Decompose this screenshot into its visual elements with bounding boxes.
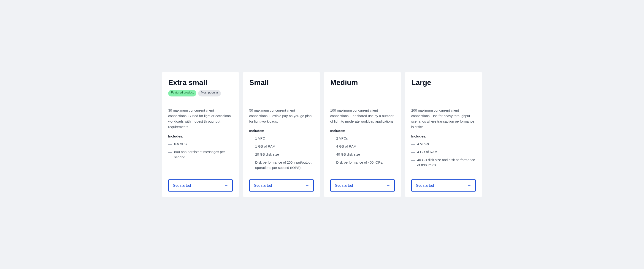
feature-text: Disk performance of 400 IOPs. [336,160,383,165]
feature-text: 20 GB disk size [255,152,279,157]
feature-text: 4 GB of RAM [417,149,437,155]
card-footer: Get started→ [330,175,395,197]
list-item: —4 VPCs [411,141,476,147]
feature-text: 0.5 VPC [174,141,187,147]
dash-icon: — [411,150,415,155]
dash-icon: — [330,136,334,142]
badges-container [249,90,314,96]
card-divider [411,103,476,103]
features-list: —0.5 VPC—800 non persistent messages per… [168,141,233,160]
feature-text: 4 VPCs [417,141,429,147]
get-started-button-extra-small[interactable]: Get started→ [168,179,233,192]
badges-container: Featured productMost popular [168,90,233,96]
list-item: —4 GB of RAM [411,149,476,155]
card-title: Extra small [168,78,233,87]
pricing-card-small: Small50 maximum concurrent client connec… [243,72,320,197]
feature-text: 40 GB disk size [336,152,360,157]
arrow-right-icon: → [467,183,471,188]
dash-icon: — [330,152,334,158]
button-label: Get started [254,183,272,188]
list-item: —1 VPC [249,136,314,142]
get-started-button-large[interactable]: Get started→ [411,179,476,192]
card-header: Medium [330,78,395,96]
dash-icon: — [249,144,253,150]
button-label: Get started [335,183,353,188]
card-description: 200 maximum concurrent client connection… [411,108,476,130]
get-started-button-medium[interactable]: Get started→ [330,179,395,192]
dash-icon: — [330,144,334,150]
list-item: —Disk performance of 400 IOPs. [330,160,395,166]
feature-text: 4 GB of RAM [336,144,356,149]
arrow-right-icon: → [305,183,309,188]
dash-icon: — [249,136,253,142]
includes-label: Includes: [330,129,395,133]
card-divider [168,103,233,103]
dash-icon: — [411,142,415,147]
features-list: —4 VPCs—4 GB of RAM—40 GB disk size and … [411,141,476,168]
feature-text: 800 non persistent messages per second. [174,149,233,160]
includes-label: Includes: [411,134,476,138]
card-header: Small [249,78,314,96]
pricing-card-extra-small: Extra smallFeatured productMost popular3… [162,72,239,197]
card-title: Medium [330,78,395,87]
dash-icon: — [411,158,415,163]
badge-green: Featured product [168,90,196,96]
dash-icon: — [168,150,172,155]
button-label: Get started [416,183,434,188]
list-item: —0.5 VPC [168,141,233,147]
card-header: Large [411,78,476,96]
card-title: Large [411,78,476,87]
arrow-right-icon: → [386,183,390,188]
pricing-grid: Extra smallFeatured productMost popular3… [162,72,482,197]
list-item: —4 GB of RAM [330,144,395,150]
card-footer: Get started→ [249,175,314,197]
card-footer: Get started→ [168,175,233,197]
card-divider [330,103,395,103]
arrow-right-icon: → [224,183,228,188]
list-item: —1 GB of RAM [249,144,314,150]
card-description: 30 maximum concurrent client connections… [168,108,233,130]
list-item: —40 GB disk size [330,152,395,158]
card-footer: Get started→ [411,175,476,197]
list-item: —20 GB disk size [249,152,314,158]
includes-label: Includes: [168,134,233,138]
list-item: —40 GB disk size and disk performance of… [411,157,476,168]
pricing-card-medium: Medium100 maximum concurrent client conn… [324,72,401,197]
feature-text: 2 VPCs [336,136,348,141]
feature-text: 1 GB of RAM [255,144,275,149]
spacer [411,172,476,175]
includes-label: Includes: [249,129,314,133]
spacer [168,164,233,175]
card-header: Extra smallFeatured productMost popular [168,78,233,96]
features-list: —1 VPC—1 GB of RAM—20 GB disk size—Disk … [249,136,314,170]
badges-container [411,90,476,96]
list-item: —800 non persistent messages per second. [168,149,233,160]
get-started-button-small[interactable]: Get started→ [249,179,314,192]
list-item: —Disk performance of 200 input/output op… [249,160,314,170]
features-list: —2 VPCs—4 GB of RAM—40 GB disk size—Disk… [330,136,395,166]
dash-icon: — [330,160,334,166]
card-description: 100 maximum concurrent client connection… [330,108,395,124]
card-title: Small [249,78,314,87]
list-item: —2 VPCs [330,136,395,142]
badges-container [330,90,395,96]
spacer [330,170,395,175]
badge-gray: Most popular [198,90,221,96]
feature-text: 1 VPC [255,136,265,141]
dash-icon: — [168,142,172,147]
dash-icon: — [249,160,253,166]
dash-icon: — [249,152,253,158]
card-divider [249,103,314,103]
button-label: Get started [173,183,191,188]
card-description: 50 maximum concurrent client connections… [249,108,314,124]
pricing-card-large: Large200 maximum concurrent client conne… [405,72,482,197]
feature-text: Disk performance of 200 input/output ope… [255,160,314,170]
feature-text: 40 GB disk size and disk performance of … [417,157,476,168]
